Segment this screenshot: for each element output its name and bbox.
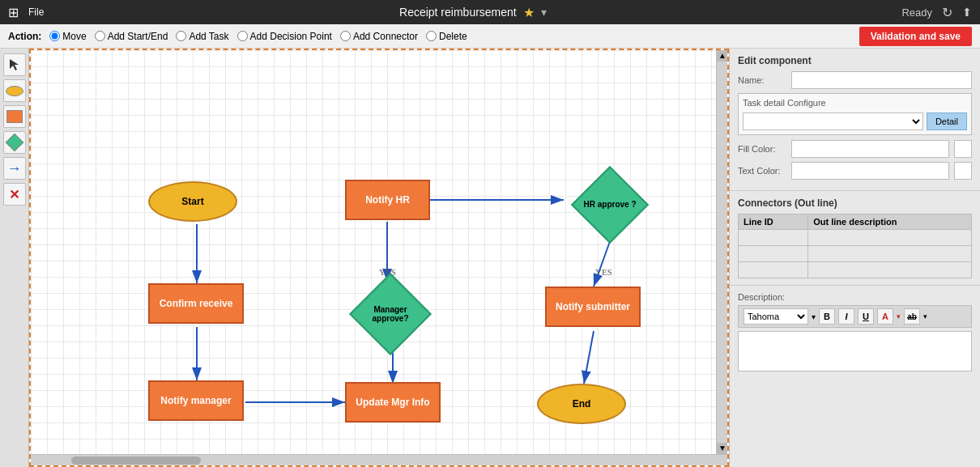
radio-add-task[interactable]: Add Task bbox=[176, 31, 228, 42]
name-label: Name: bbox=[738, 75, 786, 85]
app-title: Receipt reimbursement bbox=[399, 6, 517, 19]
task-detail-container: Task detail Configure Detail bbox=[738, 93, 972, 135]
text-color-label: Text Color: bbox=[738, 166, 786, 176]
star-icon[interactable]: ★ bbox=[523, 5, 535, 20]
strikethrough-dropdown: ▾ bbox=[923, 312, 927, 321]
right-panel: Edit component Name: Task detail Configu… bbox=[729, 49, 980, 467]
text-color-input[interactable] bbox=[791, 162, 949, 180]
outline-desc-header: Out line description bbox=[808, 214, 972, 230]
bold-button[interactable]: B bbox=[819, 308, 835, 325]
svg-marker-0 bbox=[10, 59, 19, 70]
left-toolbar: → ✕ bbox=[0, 49, 29, 467]
radio-delete[interactable]: Delete bbox=[426, 31, 467, 42]
horizontal-scrollbar[interactable] bbox=[31, 454, 727, 465]
text-color-row: Text Color: bbox=[738, 162, 972, 180]
canvas-area[interactable]: YES YES Start Confirm receive Notify man… bbox=[29, 49, 729, 467]
radio-add-start-end[interactable]: Add Start/End bbox=[95, 31, 168, 42]
validation-save-button[interactable]: Validation and save bbox=[859, 27, 972, 46]
connectors-body bbox=[739, 230, 972, 278]
line-id-header: Line ID bbox=[739, 214, 808, 230]
export-icon[interactable]: ⬆ bbox=[962, 6, 972, 19]
dropdown-icon[interactable]: ▾ bbox=[541, 6, 547, 19]
name-row: Name: bbox=[738, 71, 972, 89]
task-configure-select[interactable] bbox=[743, 113, 923, 130]
main-area: → ✕ bbox=[0, 49, 980, 467]
edit-component-section: Edit component Name: Task detail Configu… bbox=[730, 49, 980, 191]
ellipse-tool[interactable] bbox=[3, 79, 26, 102]
connectors-table: Line ID Out line description bbox=[738, 214, 972, 278]
scroll-down-button[interactable]: ▼ bbox=[717, 443, 728, 454]
font-color-indicator: ▾ bbox=[897, 312, 901, 321]
italic-button[interactable]: I bbox=[838, 308, 854, 325]
node-end[interactable]: End bbox=[537, 384, 626, 424]
arrow-tool[interactable]: → bbox=[3, 157, 26, 180]
fill-color-picker[interactable] bbox=[954, 140, 972, 158]
connector-row-empty-3 bbox=[739, 262, 972, 278]
font-size-dropdown-icon: ▾ bbox=[812, 312, 816, 321]
window-icon: ⊞ bbox=[8, 5, 19, 20]
connector-row-empty bbox=[739, 230, 972, 246]
scrollbar-thumb[interactable] bbox=[71, 456, 201, 465]
detail-button[interactable]: Detail bbox=[927, 113, 967, 130]
vertical-scrollbar[interactable]: ▲ ▼ bbox=[716, 50, 727, 454]
description-label: Description: bbox=[738, 292, 972, 302]
text-color-picker[interactable] bbox=[954, 162, 972, 180]
node-start[interactable]: Start bbox=[148, 181, 237, 222]
refresh-icon[interactable]: ↻ bbox=[942, 5, 952, 20]
node-update-mgr[interactable]: Update Mgr Info bbox=[345, 382, 441, 422]
edit-component-title: Edit component bbox=[738, 55, 972, 66]
node-hr-approve[interactable]: HR approve ? bbox=[557, 174, 663, 235]
titlebar: ⊞ File Receipt reimbursement ★ ▾ Ready ↻… bbox=[0, 0, 980, 24]
task-detail-row: Task detail Configure bbox=[743, 98, 967, 108]
radio-add-decision[interactable]: Add Decision Point bbox=[237, 31, 332, 42]
title-center: Receipt reimbursement ★ ▾ bbox=[53, 5, 892, 20]
font-color-button[interactable]: A bbox=[877, 308, 893, 325]
file-menu[interactable]: File bbox=[28, 6, 44, 18]
description-section: Description: Tahoma Arial Verdana ▾ B I … bbox=[730, 286, 980, 380]
task-detail-label: Task detail Configure bbox=[743, 98, 826, 108]
task-configure-row: Detail bbox=[743, 113, 967, 130]
ready-label: Ready bbox=[901, 6, 932, 19]
scroll-up-button[interactable]: ▲ bbox=[717, 50, 728, 62]
strikethrough-button[interactable]: ab bbox=[904, 308, 920, 325]
actionbar: Action: Move Add Start/End Add Task Add … bbox=[0, 24, 980, 49]
radio-add-connector[interactable]: Add Connector bbox=[340, 31, 418, 42]
name-input[interactable] bbox=[791, 71, 972, 89]
node-notify-hr[interactable]: Notify HR bbox=[345, 180, 430, 220]
connectors-title: Connectors (Out line) bbox=[738, 197, 972, 209]
font-select[interactable]: Tahoma Arial Verdana bbox=[744, 308, 808, 325]
radio-move[interactable]: Move bbox=[49, 31, 86, 42]
node-manager-approve[interactable]: Managerapprove? bbox=[343, 282, 438, 346]
cursor-tool[interactable] bbox=[3, 53, 26, 76]
node-notify-manager[interactable]: Notify manager bbox=[148, 380, 244, 421]
description-textarea[interactable] bbox=[738, 331, 972, 371]
underline-button[interactable]: U bbox=[858, 308, 874, 325]
diamond-tool[interactable] bbox=[3, 131, 26, 154]
action-label: Action: bbox=[8, 31, 41, 42]
rect-tool[interactable] bbox=[3, 105, 26, 128]
fill-color-input[interactable] bbox=[791, 140, 949, 158]
node-confirm-receive[interactable]: Confirm receive bbox=[148, 283, 244, 324]
fill-color-label: Fill Color: bbox=[738, 144, 786, 154]
connectors-section: Connectors (Out line) Line ID Out line d… bbox=[730, 191, 980, 286]
connector-row-empty-2 bbox=[739, 246, 972, 262]
fill-color-row: Fill Color: bbox=[738, 140, 972, 158]
node-notify-submitter[interactable]: Notify submitter bbox=[545, 287, 641, 327]
delete-tool[interactable]: ✕ bbox=[3, 183, 26, 206]
description-toolbar: Tahoma Arial Verdana ▾ B I U A ▾ ab ▾ bbox=[738, 305, 972, 328]
